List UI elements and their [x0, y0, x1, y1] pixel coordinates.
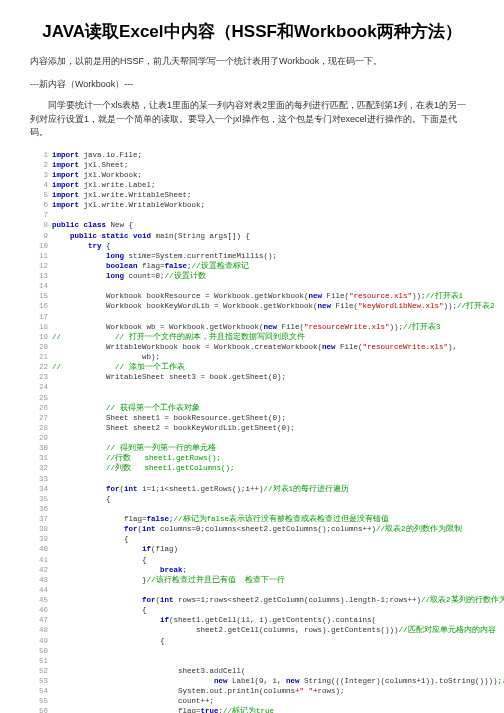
code-line: 17	[30, 312, 474, 322]
line-number: 1	[30, 150, 48, 160]
code-line: 51	[30, 656, 474, 666]
code-content: {	[48, 494, 111, 504]
code-content: }//该行检查过并且已有值 检查下一行	[48, 575, 285, 585]
code-line: 34 for(int i=1;i<sheet1.getRows();i++)//…	[30, 484, 474, 494]
code-content	[48, 585, 52, 595]
code-line: 23 WritableSheet sheet3 = book.getSheet(…	[30, 372, 474, 382]
code-line: 19// // 打开一个文件的副本，并且指定数据写回到原文件	[30, 332, 474, 342]
line-number: 39	[30, 534, 48, 544]
code-content: import jxl.Workbook;	[48, 170, 142, 180]
code-content: System.out.println(columns+" "+rows);	[48, 686, 345, 696]
line-number: 49	[30, 636, 48, 646]
code-line: 35 {	[30, 494, 474, 504]
line-number: 29	[30, 433, 48, 443]
line-number: 26	[30, 403, 48, 413]
line-number: 36	[30, 504, 48, 514]
line-number: 37	[30, 514, 48, 524]
line-number: 24	[30, 382, 48, 392]
code-content: import jxl.write.Label;	[48, 180, 156, 190]
code-line: 21 wb);	[30, 352, 474, 362]
code-content: try {	[48, 241, 111, 251]
code-content: //列数 sheet1.getColumns();	[48, 463, 235, 473]
code-line: 29	[30, 433, 474, 443]
code-content	[48, 210, 52, 220]
code-content: {	[48, 534, 129, 544]
line-number: 14	[30, 281, 48, 291]
code-line: 55 count++;	[30, 696, 474, 706]
code-content: Sheet sheet1 = bookResource.getSheet(0);	[48, 413, 286, 423]
code-line: 41 {	[30, 555, 474, 565]
code-content: if(sheet1.getCell(11, i).getContents().c…	[48, 615, 376, 625]
code-content: import jxl.Sheet;	[48, 160, 129, 170]
code-line: 6import jxl.write.WritableWorkbook;	[30, 200, 474, 210]
code-line: 45 for(int rows=1;rows<sheet2.getColumn(…	[30, 595, 474, 605]
line-number: 33	[30, 474, 48, 484]
code-line: 30 // 得到第一列第一行的单元格	[30, 443, 474, 453]
code-content: flag=true;//标记为true	[48, 706, 274, 713]
line-number: 15	[30, 291, 48, 301]
line-number: 34	[30, 484, 48, 494]
code-content: for(int i=1;i<sheet1.getRows();i++)//对表1…	[48, 484, 349, 494]
code-block: 1import java.io.File;2import jxl.Sheet;3…	[30, 150, 474, 714]
code-content: Workbook bookResource = Workbook.getWork…	[48, 291, 463, 301]
code-content: {	[48, 555, 147, 565]
code-line: 46 {	[30, 605, 474, 615]
code-line: 1import java.io.File;	[30, 150, 474, 160]
code-line: 9 public static void main(String args[])…	[30, 231, 474, 241]
code-content: wb);	[48, 352, 160, 362]
line-number: 12	[30, 261, 48, 271]
code-line: 11 long stime=System.currentTimeMillis()…	[30, 251, 474, 261]
line-number: 46	[30, 605, 48, 615]
code-content: import java.io.File;	[48, 150, 142, 160]
code-content: // // 添加一个工作表	[48, 362, 185, 372]
line-number: 8	[30, 220, 48, 230]
code-line: 20 WritableWorkbook book = Workbook.crea…	[30, 342, 474, 352]
code-line: 5import jxl.write.WritableSheet;	[30, 190, 474, 200]
line-number: 23	[30, 372, 48, 382]
code-line: 33	[30, 474, 474, 484]
code-content: {	[48, 605, 147, 615]
line-number: 9	[30, 231, 48, 241]
line-number: 42	[30, 565, 48, 575]
line-number: 35	[30, 494, 48, 504]
line-number: 47	[30, 615, 48, 625]
line-number: 32	[30, 463, 48, 473]
code-line: 28 Sheet sheet2 = bookKeyWordLib.getShee…	[30, 423, 474, 433]
code-line: 3import jxl.Workbook;	[30, 170, 474, 180]
code-line: 25	[30, 393, 474, 403]
line-number: 41	[30, 555, 48, 565]
code-line: 56 flag=true;//标记为true	[30, 706, 474, 713]
code-line: 44	[30, 585, 474, 595]
code-line: 31 //行数 sheet1.getRows();	[30, 453, 474, 463]
code-content: import jxl.write.WritableWorkbook;	[48, 200, 205, 210]
line-number: 45	[30, 595, 48, 605]
code-content: new Label(9, i, new String(((Integer)(co…	[48, 676, 504, 686]
code-content	[48, 646, 52, 656]
line-number: 25	[30, 393, 48, 403]
code-line: 52 sheet3.addCell(	[30, 666, 474, 676]
description-text: 同学要统计一个xls表格，让表1里面的某一列内容对表2里面的每列进行匹配，匹配到…	[30, 99, 474, 140]
code-line: 39 {	[30, 534, 474, 544]
code-content: WritableSheet sheet3 = book.getSheet(0);	[48, 372, 286, 382]
code-line: 43 }//该行检查过并且已有值 检查下一行	[30, 575, 474, 585]
code-content	[48, 393, 52, 403]
code-content: WritableWorkbook book = Workbook.createW…	[48, 342, 457, 352]
code-content: if(flag)	[48, 544, 178, 554]
line-number: 20	[30, 342, 48, 352]
code-line: 49 {	[30, 636, 474, 646]
code-line: 54 System.out.println(columns+" "+rows);	[30, 686, 474, 696]
line-number: 43	[30, 575, 48, 585]
line-number: 18	[30, 322, 48, 332]
line-number: 56	[30, 706, 48, 713]
code-content: // 得到第一列第一行的单元格	[48, 443, 216, 453]
line-number: 38	[30, 524, 48, 534]
line-number: 21	[30, 352, 48, 362]
code-content: // // 打开一个文件的副本，并且指定数据写回到原文件	[48, 332, 305, 342]
code-content	[48, 474, 52, 484]
code-content: boolean flag=false;//设置检查标记	[48, 261, 249, 271]
line-number: 19	[30, 332, 48, 342]
code-line: 24	[30, 382, 474, 392]
code-line: 40 if(flag)	[30, 544, 474, 554]
code-line: 38 for(int columns=0;columns<sheet2.getC…	[30, 524, 474, 534]
code-line: 32 //列数 sheet1.getColumns();	[30, 463, 474, 473]
